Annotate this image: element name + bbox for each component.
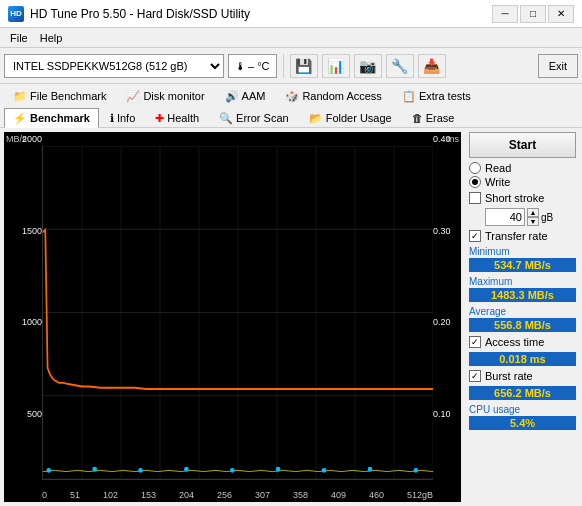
- spinbox-up[interactable]: ▲: [527, 208, 539, 217]
- burst-rate-checkbox[interactable]: ✓ Burst rate: [469, 370, 576, 382]
- short-stroke-checkbox-box: [469, 192, 481, 204]
- tab-row-2: ⚡ Benchmark ℹ Info ✚ Health 🔍 Error Scan…: [4, 106, 578, 128]
- disk-monitor-icon: 📈: [126, 90, 140, 103]
- maximize-button[interactable]: □: [520, 5, 546, 23]
- toolbar-download-btn[interactable]: 📥: [418, 54, 446, 78]
- x-label-51: 51: [70, 490, 80, 500]
- aam-icon: 🔊: [225, 90, 239, 103]
- cpu-usage-stat: CPU usage 5.4%: [469, 404, 576, 430]
- tab-row-1: 📁 File Benchmark 📈 Disk monitor 🔊 AAM 🎲 …: [4, 84, 578, 106]
- access-time-value: 0.018 ms: [469, 352, 576, 366]
- short-stroke-input[interactable]: [485, 208, 525, 226]
- tab-aam[interactable]: 🔊 AAM: [216, 86, 275, 106]
- svg-point-20: [276, 467, 279, 471]
- average-value: 556.8 MB/s: [469, 318, 576, 332]
- svg-point-18: [185, 467, 188, 471]
- x-axis-labels: 0 51 102 153 204 256 307 358 409 460 512…: [42, 490, 433, 500]
- health-icon: ✚: [155, 112, 164, 125]
- y-label-1500: 1500: [4, 226, 44, 236]
- gb-label: gB: [541, 212, 553, 223]
- temp-value: – °C: [248, 60, 270, 72]
- svg-point-16: [93, 467, 96, 471]
- write-radio-circle: [469, 176, 481, 188]
- info-icon: ℹ: [110, 112, 114, 125]
- burst-rate-label: Burst rate: [485, 370, 533, 382]
- maximum-stat: Maximum 1483.3 MB/s: [469, 276, 576, 302]
- error-scan-icon: 🔍: [219, 112, 233, 125]
- read-radio[interactable]: Read: [469, 162, 576, 174]
- tab-info[interactable]: ℹ Info: [101, 108, 144, 128]
- write-label: Write: [485, 176, 510, 188]
- read-label: Read: [485, 162, 511, 174]
- burst-rate-stat: 656.2 MB/s: [469, 386, 576, 400]
- svg-point-19: [231, 469, 234, 473]
- tab-bar: 📁 File Benchmark 📈 Disk monitor 🔊 AAM 🎲 …: [0, 84, 582, 128]
- chart-svg: [43, 146, 433, 479]
- access-time-checkbox-box: ✓: [469, 336, 481, 348]
- x-label-307: 307: [255, 490, 270, 500]
- random-access-icon: 🎲: [285, 90, 299, 103]
- toolbar: INTEL SSDPEKKW512G8 (512 gB) 🌡 – °C 💾 📊 …: [0, 48, 582, 84]
- y-label-r-030: 0.30: [431, 226, 461, 236]
- toolbar-save-btn[interactable]: 💾: [290, 54, 318, 78]
- x-label-102: 102: [103, 490, 118, 500]
- temp-display: 🌡 – °C: [228, 54, 277, 78]
- menu-help[interactable]: Help: [34, 30, 69, 46]
- close-button[interactable]: ✕: [548, 5, 574, 23]
- right-panel: Start Read Write Short stroke ▲ ▼ gB: [465, 128, 580, 506]
- minimize-button[interactable]: ─: [492, 5, 518, 23]
- tab-random-access[interactable]: 🎲 Random Access: [276, 86, 390, 106]
- transfer-rate-checkbox[interactable]: ✓ Transfer rate: [469, 230, 576, 242]
- tab-erase[interactable]: 🗑 Erase: [403, 108, 464, 128]
- minimum-value: 534.7 MB/s: [469, 258, 576, 272]
- tab-extra-tests[interactable]: 📋 Extra tests: [393, 86, 480, 106]
- spinbox-down[interactable]: ▼: [527, 217, 539, 226]
- transfer-rate-checkbox-box: ✓: [469, 230, 481, 242]
- tab-error-scan[interactable]: 🔍 Error Scan: [210, 108, 298, 128]
- burst-rate-checkbox-box: ✓: [469, 370, 481, 382]
- svg-point-15: [47, 469, 50, 473]
- x-label-256: 256: [217, 490, 232, 500]
- read-write-radio-group: Read Write: [469, 162, 576, 188]
- maximum-value: 1483.3 MB/s: [469, 288, 576, 302]
- title-bar: HD HD Tune Pro 5.50 - Hard Disk/SSD Util…: [0, 0, 582, 28]
- svg-point-23: [414, 469, 417, 473]
- title-controls: ─ □ ✕: [492, 5, 574, 23]
- y-label-r-010: 0.10: [431, 409, 461, 419]
- write-radio[interactable]: Write: [469, 176, 576, 188]
- tab-folder-usage[interactable]: 📂 Folder Usage: [300, 108, 401, 128]
- menu-file[interactable]: File: [4, 30, 34, 46]
- main-content: MB/s ms 2000 1500 1000 500 0.40 0.30 0.2…: [0, 128, 582, 506]
- extra-tests-icon: 📋: [402, 90, 416, 103]
- y-label-r-020: 0.20: [431, 317, 461, 327]
- x-label-0: 0: [42, 490, 47, 500]
- tab-file-benchmark[interactable]: 📁 File Benchmark: [4, 86, 115, 106]
- minimum-stat: Minimum 534.7 MB/s: [469, 246, 576, 272]
- tab-benchmark[interactable]: ⚡ Benchmark: [4, 108, 99, 128]
- window-title: HD Tune Pro 5.50 - Hard Disk/SSD Utility: [30, 7, 250, 21]
- app-icon: HD: [8, 6, 24, 22]
- y-label-2000: 2000: [4, 134, 44, 144]
- access-time-stat: 0.018 ms: [469, 352, 576, 366]
- read-radio-circle: [469, 162, 481, 174]
- maximum-label: Maximum: [469, 276, 576, 287]
- toolbar-chart-btn[interactable]: 📊: [322, 54, 350, 78]
- x-label-204: 204: [179, 490, 194, 500]
- exit-button[interactable]: Exit: [538, 54, 578, 78]
- cpu-usage-value: 5.4%: [469, 416, 576, 430]
- tab-disk-monitor[interactable]: 📈 Disk monitor: [117, 86, 213, 106]
- toolbar-wrench-btn[interactable]: 🔧: [386, 54, 414, 78]
- start-button[interactable]: Start: [469, 132, 576, 158]
- svg-point-17: [139, 469, 142, 473]
- toolbar-photo-btn[interactable]: 📷: [354, 54, 382, 78]
- access-time-checkbox[interactable]: ✓ Access time: [469, 336, 576, 348]
- tab-health[interactable]: ✚ Health: [146, 108, 208, 128]
- drive-select[interactable]: INTEL SSDPEKKW512G8 (512 gB): [4, 54, 224, 78]
- toolbar-separator: [283, 54, 284, 78]
- short-stroke-checkbox[interactable]: Short stroke: [469, 192, 576, 204]
- benchmark-icon: ⚡: [13, 112, 27, 125]
- short-stroke-spinbox-row: ▲ ▼ gB: [485, 208, 576, 226]
- spinbox-buttons: ▲ ▼: [527, 208, 539, 226]
- cpu-usage-label: CPU usage: [469, 404, 576, 415]
- access-time-label: Access time: [485, 336, 544, 348]
